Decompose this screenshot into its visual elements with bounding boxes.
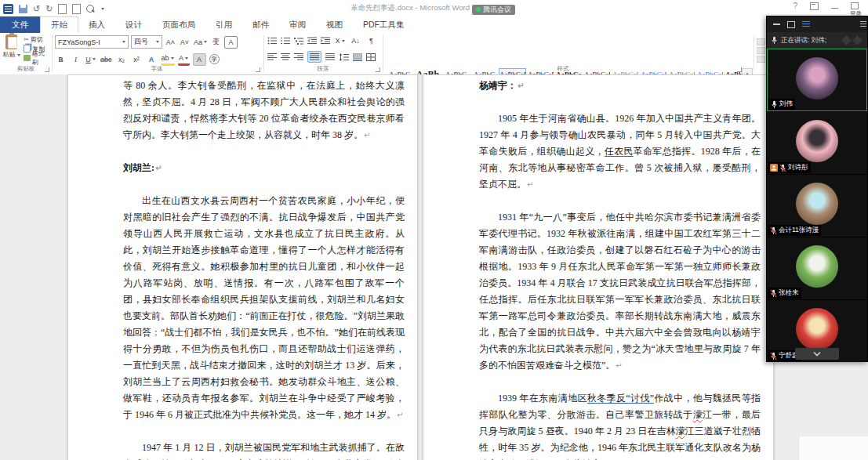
borders-icon[interactable]	[366, 53, 376, 61]
document-canvas[interactable]: 等 80 余人。李大钊备受酷刑，在监狱中，在法庭上，始终大义凛然，坚贞不屈。4 …	[0, 74, 868, 460]
page-right[interactable]: 杨靖宇：↵1905 年生于河南省确山县。1926 年加入中国共产主义青年团。19…	[423, 74, 774, 460]
doc-paragraph[interactable]: 出生在山西文水县云周西村一个贫苦农民家庭，小小年纪，便对黑暗的旧社会产生了强烈的…	[123, 193, 405, 423]
participant-tile-刘诗彤[interactable]: 刘诗彤	[767, 111, 867, 174]
strikethrough-button[interactable]: abc	[100, 54, 113, 65]
grow-font-button[interactable]: A˄	[165, 37, 176, 48]
participant-tile-会计11张诗漫[interactable]: 会计11张诗漫	[767, 174, 867, 237]
participant-tiles: 刘伟刘诗彤会计11张诗漫张栓来宁舒蕊	[767, 49, 867, 362]
replace-button[interactable]	[757, 47, 765, 54]
paragraph-mark-icon: ↵	[397, 411, 403, 419]
select-button[interactable]	[757, 56, 765, 63]
justify-button[interactable]	[307, 51, 321, 63]
avatar	[796, 120, 838, 162]
host-badge-icon	[770, 164, 778, 172]
clipboard-dialog-launcher-icon[interactable]	[45, 67, 49, 72]
underline-button[interactable]: U	[85, 54, 96, 65]
font-name-combo[interactable]: FZYaSongS-I	[55, 35, 129, 49]
ribbon-options-icon[interactable]	[810, 2, 819, 10]
participant-name-chip: 刘伟	[768, 99, 795, 110]
italic-button[interactable]: I	[70, 54, 82, 65]
font-color-button[interactable]: A	[178, 53, 190, 66]
collapse-tiles-button[interactable]	[795, 348, 839, 360]
tab-设计[interactable]: 设计	[115, 16, 152, 33]
doc-paragraph[interactable]: 1931 年“九一八”事变后，他任中共哈尔滨市委书记兼满洲省委军委代理书记。19…	[479, 209, 761, 374]
phonetic-guide-button[interactable]: 变	[210, 37, 222, 48]
meeting-maximize-icon[interactable]	[787, 21, 795, 28]
find-button[interactable]	[757, 38, 765, 45]
character-shading-button[interactable]: A	[193, 53, 206, 66]
superscript-button[interactable]: x²	[131, 54, 143, 65]
enclose-characters-button[interactable]: 字	[209, 54, 220, 64]
paragraph-dialog-launcher-icon[interactable]	[376, 67, 380, 72]
tab-邮件[interactable]: 邮件	[242, 16, 279, 33]
page-right-text[interactable]: 杨靖宇：↵1905 年生于河南省确山县。1926 年加入中国共产主义青年团。19…	[423, 75, 773, 460]
page-left[interactable]: 等 80 余人。李大钊备受酷刑，在监狱中，在法庭上，始终大义凛然，坚贞不屈。4 …	[67, 74, 418, 460]
align-center-icon[interactable]	[281, 53, 290, 60]
participant-tile-宁舒蕊[interactable]: 宁舒蕊	[767, 299, 867, 362]
minimize-icon[interactable]	[831, 8, 838, 9]
distribute-icon[interactable]	[325, 53, 335, 60]
clipboard-group-label: 剪贴板	[2, 65, 50, 73]
sort-button[interactable]: A↓	[350, 35, 361, 46]
participant-tile-刘伟[interactable]: 刘伟	[767, 49, 867, 111]
restore-icon[interactable]	[851, 2, 859, 9]
doc-text: 1947 年 1 月 12 日，刘胡兰被国民党军和地主武装抓捕了。在敌人威胁面前…	[123, 442, 405, 460]
tab-开始[interactable]: 开始	[40, 16, 78, 33]
show-hide-marks-button[interactable]: ¶	[365, 35, 377, 46]
multilevel-list-icon[interactable]	[294, 37, 303, 45]
doc-text: 刘胡兰:	[123, 162, 154, 173]
numbering-icon[interactable]	[281, 37, 290, 45]
tab-PDF工具集[interactable]: PDF工具集	[353, 16, 415, 33]
bullets-icon[interactable]	[267, 37, 277, 45]
paste-button[interactable]: 粘贴	[2, 34, 21, 63]
align-left-icon[interactable]	[267, 53, 277, 60]
doc-paragraph[interactable]: 1939 年在东南满地区秋冬季反“讨伐”作战中，他与魏拯民等指挥部队化整为零、分…	[479, 390, 761, 460]
speaking-bar: 正在讲话: 刘伟;	[767, 32, 867, 49]
tab-页面布局[interactable]: 页面布局	[152, 16, 205, 33]
mic-muted-icon	[770, 289, 777, 298]
tab-审阅[interactable]: 审阅	[279, 16, 316, 33]
mic-icon	[771, 100, 778, 109]
participant-name-chip: 会计11张诗漫	[768, 225, 821, 236]
font-dialog-launcher-icon[interactable]	[256, 67, 260, 72]
doc-heading[interactable]: 刘胡兰:↵	[123, 160, 405, 176]
meeting-panel: 正在讲话: 刘伟; 刘伟刘诗彤会计11张诗漫张栓来宁舒蕊	[766, 16, 868, 362]
cut-button[interactable]: ✂剪切	[24, 34, 50, 44]
asian-layout-button[interactable]: X	[334, 35, 346, 46]
format-painter-icon	[24, 55, 31, 61]
shrink-font-button[interactable]: A˅	[179, 37, 191, 48]
text-effects-button[interactable]: A	[146, 54, 158, 65]
shading-icon[interactable]	[353, 53, 362, 61]
meeting-minimize-icon[interactable]	[773, 24, 780, 25]
increase-indent-icon[interactable]	[321, 37, 330, 45]
line-spacing-icon[interactable]	[339, 53, 349, 61]
bold-button[interactable]: B	[55, 54, 67, 65]
meeting-floating-pill[interactable]: 腾讯会议	[472, 5, 515, 15]
page-left-text[interactable]: 等 80 余人。李大钊备受酷刑，在监狱中，在法庭上，始终大义凛然，坚贞不屈。4 …	[68, 75, 417, 460]
change-case-button[interactable]: Aa	[193, 37, 208, 48]
tab-视图[interactable]: 视图	[316, 16, 353, 33]
help-icon[interactable]: ?	[793, 2, 797, 10]
subscript-button[interactable]: x₂	[116, 54, 128, 65]
document-title: 革命先烈事迹.docx - Microsoft Word腾讯会议	[0, 3, 868, 15]
participant-tile-张栓来[interactable]: 张栓来	[767, 237, 867, 299]
character-border-button[interactable]: A	[224, 36, 238, 49]
meeting-menu-icon[interactable]	[860, 21, 866, 27]
tab-file[interactable]: 文件	[0, 16, 40, 33]
tab-插入[interactable]: 插入	[78, 16, 115, 33]
doc-paragraph[interactable]: 等 80 余人。李大钊备受酷刑，在监狱中，在法庭上，始终大义凛然，坚贞不屈。4 …	[123, 78, 405, 143]
font-size-combo[interactable]: 四号	[131, 35, 162, 49]
watermark-icon	[841, 35, 852, 45]
doc-paragraph[interactable]: 1947 年 1 月 12 日，刘胡兰被国民党军和地主武装抓捕了。在敌人威胁面前…	[123, 440, 405, 460]
highlight-color-button[interactable]: ab	[161, 53, 175, 66]
styles-dialog-launcher-icon[interactable]	[737, 67, 742, 72]
doc-heading[interactable]: 杨靖宇：↵	[479, 78, 761, 94]
tab-引用[interactable]: 引用	[205, 16, 242, 33]
participant-name: 张栓来	[779, 288, 799, 298]
participant-name-chip: 张栓来	[768, 288, 801, 299]
format-painter-button[interactable]: 格式刷	[24, 53, 50, 63]
decrease-indent-icon[interactable]	[307, 37, 317, 45]
align-right-icon[interactable]	[294, 53, 303, 60]
doc-paragraph[interactable]: 1905 年生于河南省确山县。1926 年加入中国共产主义青年团。1927 年 …	[479, 110, 761, 193]
meeting-layout-icon[interactable]	[802, 21, 810, 27]
